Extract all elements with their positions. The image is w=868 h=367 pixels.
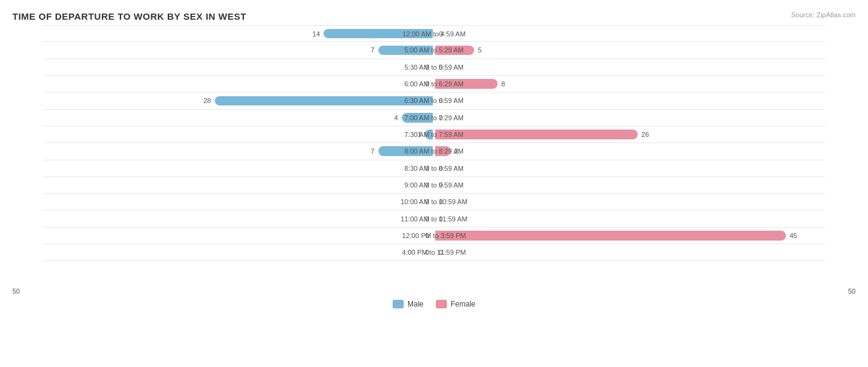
female-value: 45 <box>790 232 802 239</box>
right-section: 0 <box>434 93 825 109</box>
male-bar <box>215 96 433 106</box>
table-row: 14 12:00 AM to 4:59 AM 0 <box>43 25 825 42</box>
male-value: 1 <box>409 131 421 138</box>
right-section: 0 <box>434 26 825 41</box>
male-value: 0 <box>417 232 429 239</box>
male-value: 0 <box>417 249 429 256</box>
male-value: 28 <box>199 97 211 104</box>
right-section: 0 <box>434 177 825 193</box>
left-section: 0 <box>43 210 434 226</box>
male-bar <box>378 146 433 156</box>
female-value: 26 <box>641 131 654 138</box>
male-value: 14 <box>307 30 320 38</box>
right-section: 8 <box>434 76 825 92</box>
right-section: 5 <box>434 42 825 58</box>
right-section: 26 <box>434 126 825 142</box>
left-section: 0 <box>43 160 434 176</box>
left-section: 4 <box>43 110 434 126</box>
right-section: 0 <box>434 210 825 226</box>
table-row: 0 10:00 AM to 10:59 AM 0 <box>43 194 825 210</box>
rows-container: 14 12:00 AM to 4:59 AM 0 7 5:00 AM to 5:… <box>43 25 825 295</box>
left-section: 0 <box>43 244 434 260</box>
female-bar <box>435 146 451 156</box>
right-section: 0 <box>434 160 825 176</box>
male-value: 7 <box>362 147 375 155</box>
male-value: 0 <box>417 165 429 172</box>
table-row: 1 7:30 AM to 7:59 AM 26 <box>43 126 825 143</box>
table-row: 7 5:00 AM to 5:29 AM 5 <box>43 42 825 59</box>
left-section: 7 <box>43 143 434 159</box>
male-bar <box>425 130 433 139</box>
female-bar <box>435 130 638 139</box>
female-bar <box>435 79 498 89</box>
source-label: Source: ZipAtlas.com <box>791 11 856 19</box>
table-row: 0 5:30 AM to 5:59 AM 0 <box>43 59 825 76</box>
left-section: 0 <box>43 228 434 244</box>
male-bar <box>323 29 433 38</box>
female-value: 0 <box>439 165 451 172</box>
male-value: 4 <box>386 114 398 122</box>
female-value: 8 <box>501 80 514 88</box>
male-value: 0 <box>417 181 429 189</box>
left-axis-label: 50 <box>12 287 20 295</box>
female-bar <box>435 231 786 241</box>
female-value: 0 <box>439 30 451 38</box>
male-value: 0 <box>417 215 429 223</box>
right-section: 2 <box>434 143 825 159</box>
female-value: 0 <box>439 97 451 104</box>
chart-title: TIME OF DEPARTURE TO WORK BY SEX IN WEST <box>12 11 856 22</box>
left-section: 0 <box>43 76 434 92</box>
left-section: 7 <box>43 42 434 58</box>
table-row: 0 4:00 PM to 11:59 PM 0 <box>43 244 825 261</box>
right-section: 0 <box>434 244 825 260</box>
left-section: 14 <box>43 26 434 41</box>
female-value: 0 <box>439 64 451 71</box>
male-bar <box>378 46 433 56</box>
female-value: 0 <box>439 249 451 256</box>
table-row: 0 8:30 AM to 8:59 AM 0 <box>43 160 825 177</box>
female-value: 0 <box>439 215 451 223</box>
left-section: 28 <box>43 93 434 109</box>
female-value: 0 <box>439 181 451 189</box>
right-section: 0 <box>434 59 825 75</box>
left-section: 1 <box>43 126 434 142</box>
left-section: 0 <box>43 177 434 193</box>
male-value: 0 <box>417 64 429 71</box>
left-section: 0 <box>43 194 434 210</box>
female-value: 2 <box>454 147 467 155</box>
right-section: 0 <box>434 194 825 210</box>
female-bar <box>435 46 474 56</box>
table-row: 4 7:00 AM to 7:29 AM 0 <box>43 110 825 126</box>
legend-male-box <box>393 300 404 308</box>
male-value: 0 <box>417 80 429 88</box>
chart-area: 14 12:00 AM to 4:59 AM 0 7 5:00 AM to 5:… <box>12 25 856 313</box>
table-row: 0 11:00 AM to 11:59 AM 0 <box>43 210 825 227</box>
female-value: 5 <box>478 46 490 54</box>
right-section: 45 <box>434 228 825 244</box>
male-bar <box>402 113 433 123</box>
left-section: 0 <box>43 59 434 75</box>
legend-male-label: Male <box>407 300 424 308</box>
table-row: 0 6:00 AM to 6:29 AM 8 <box>43 76 825 93</box>
table-row: 28 6:30 AM to 6:59 AM 0 <box>43 93 825 109</box>
table-row: 7 8:00 AM to 8:29 AM 2 <box>43 143 825 160</box>
table-row: 0 9:00 AM to 9:59 AM 0 <box>43 177 825 194</box>
female-value: 0 <box>439 114 451 122</box>
female-value: 0 <box>439 198 451 205</box>
right-axis-label: 50 <box>848 287 856 295</box>
legend-male: Male <box>393 300 424 308</box>
legend: Male Female <box>393 300 475 308</box>
right-section: 0 <box>434 110 825 126</box>
chart-container: TIME OF DEPARTURE TO WORK BY SEX IN WEST… <box>0 0 868 367</box>
legend-female-box <box>436 300 447 308</box>
table-row: 0 12:00 PM to 3:59 PM 45 <box>43 228 825 244</box>
legend-female: Female <box>436 300 475 308</box>
male-value: 0 <box>417 198 429 205</box>
male-value: 7 <box>362 46 375 54</box>
legend-female-label: Female <box>451 300 475 308</box>
